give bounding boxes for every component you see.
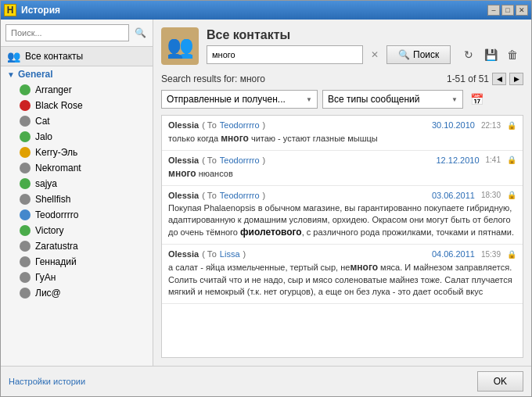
sidebar-item-sajya[interactable]: sajya: [1, 176, 153, 191]
sidebar-item---------[interactable]: Геннадий: [1, 254, 153, 270]
sidebar-item-arranger[interactable]: Arranger: [1, 82, 153, 98]
msg-lock-icon: 🔒: [507, 250, 516, 259]
msg-direction-end: ): [263, 120, 266, 130]
refresh-icon[interactable]: ↻: [460, 46, 477, 63]
messages-area: Olessia ( То Teodorrrro )30.10.201022:13…: [161, 115, 523, 358]
clear-button[interactable]: ✕: [368, 48, 382, 62]
settings-link[interactable]: Настройки истории: [9, 377, 85, 386]
search-button[interactable]: 🔍 Поиск: [386, 45, 451, 64]
results-count: 1-51 of 51: [447, 73, 489, 84]
bottom-bar: Настройки истории OK: [1, 366, 531, 396]
window-controls: – □ ✕: [487, 5, 528, 16]
filter1-arrow-icon: ▼: [306, 96, 312, 103]
action-icons: ↻ 💾 🗑: [460, 46, 521, 63]
sidebar-list: ▼ General ArrangerBlack RoseCatJaloKerry…: [1, 66, 153, 366]
message-header: Olessia ( То Teodorrrro )03.06.201118:30…: [168, 191, 516, 200]
contact-name: Black Rose: [35, 100, 83, 111]
message-header: Olessia ( То Lissa )04.06.201115:39🔒: [168, 249, 516, 259]
save-icon[interactable]: 💾: [482, 46, 499, 63]
sidebar-search-icon[interactable]: 🔍: [132, 25, 148, 41]
msg-date[interactable]: 04.06.2011: [432, 249, 475, 259]
search-row: ✕ 🔍 Поиск ↻ 💾 🗑: [207, 45, 521, 64]
contact-name: Arranger: [35, 84, 72, 95]
msg-direction: ( То: [202, 156, 217, 165]
sidebar-item-shellfish[interactable]: Shellfish: [1, 191, 153, 207]
contact-name: Jalo: [35, 131, 52, 142]
sidebar-item-----[interactable]: ГуАн: [1, 270, 153, 285]
msg-body: только когда много читаю - устают глазны…: [168, 132, 516, 145]
contact-name: sajya: [35, 178, 57, 189]
contact-name: Zaratustra: [35, 241, 78, 252]
sidebar-group-general[interactable]: ▼ General: [1, 66, 153, 82]
contact-name: Геннадий: [35, 256, 77, 267]
contact-name: Victory: [35, 225, 63, 236]
contact-name: Kerry-Эль: [35, 147, 77, 158]
results-nav: 1-51 of 51 ◀ ▶: [447, 73, 523, 85]
restore-button[interactable]: □: [501, 5, 514, 16]
msg-date[interactable]: 12.12.2010: [436, 156, 479, 165]
contact-name: Teodorrrro: [35, 209, 78, 220]
contact-status-icon: [20, 116, 31, 127]
sidebar-search-box: 🔍: [1, 20, 153, 47]
filter2-arrow-icon: ▼: [451, 96, 458, 103]
contact-status-icon: [20, 288, 31, 299]
contact-status-icon: [20, 194, 31, 205]
sidebar-item-zaratustra[interactable]: Zaratustra: [1, 238, 153, 254]
msg-direction-end: ): [263, 191, 266, 200]
contact-status-icon: [20, 241, 31, 252]
msg-body: а салат - яйца измельченные, тертый сыр,…: [168, 261, 516, 299]
msg-recipient[interactable]: Teodorrrro: [220, 120, 260, 130]
right-panel: 👥 Все контакты ✕ 🔍 Поиск ↻ 💾: [153, 20, 531, 366]
filter-message-type[interactable]: Все типы сообщений ▼: [322, 90, 463, 109]
contact-name: Nekromant: [35, 163, 81, 173]
group-general-label: General: [18, 69, 53, 80]
sidebar-item-victory[interactable]: Victory: [1, 223, 153, 238]
filter-sent-received[interactable]: Отправленные и получен... ▼: [161, 90, 318, 109]
results-label: Search results for: много: [161, 73, 265, 84]
panel-header: 👥 Все контакты ✕ 🔍 Поиск ↻ 💾: [161, 27, 523, 65]
all-contacts-row[interactable]: 👥 Все контакты: [1, 47, 153, 66]
contact-status-icon: [20, 256, 31, 267]
sidebar-item-jalo[interactable]: Jalo: [1, 129, 153, 145]
msg-date[interactable]: 03.06.2011: [432, 191, 475, 200]
msg-recipient[interactable]: Teodorrrro: [220, 156, 260, 165]
minimize-button[interactable]: –: [487, 5, 500, 16]
prev-button[interactable]: ◀: [492, 73, 506, 85]
msg-recipient[interactable]: Teodorrrro: [220, 191, 260, 200]
sidebar-item-black-rose[interactable]: Black Rose: [1, 98, 153, 113]
message-item: Olessia ( То Teodorrrro )03.06.201118:30…: [162, 186, 523, 245]
filter1-label: Отправленные и получен...: [167, 94, 286, 105]
next-button[interactable]: ▶: [509, 73, 523, 85]
contact-status-icon: [20, 100, 31, 111]
keyword-input[interactable]: [207, 45, 363, 64]
app-icon: H: [4, 4, 16, 16]
titlebar: H История – □ ✕: [1, 1, 531, 20]
sidebar-item-teodorrrro[interactable]: Teodorrrro: [1, 207, 153, 223]
contact-status-icon: [20, 84, 31, 95]
message-header: Olessia ( То Teodorrrro )12.12.20101:41🔒: [168, 156, 516, 165]
sidebar: 🔍 👥 Все контакты ▼ General ArrangerBlack…: [1, 20, 153, 366]
contact-status-icon: [20, 209, 31, 220]
contact-name: Cat: [35, 116, 50, 127]
msg-sender: Olessia: [168, 120, 199, 130]
msg-time: 18:30: [481, 191, 501, 199]
panel-title: Все контакты: [207, 28, 521, 42]
contacts-list: ArrangerBlack RoseCatJaloKerry-ЭльNekrom…: [1, 82, 153, 301]
sidebar-item-cat[interactable]: Cat: [1, 113, 153, 129]
calendar-icon[interactable]: 📅: [468, 91, 485, 108]
results-info: Search results for: много 1-51 of 51 ◀ ▶: [161, 73, 523, 85]
msg-recipient[interactable]: Lissa: [220, 249, 240, 259]
contact-status-icon: [20, 272, 31, 283]
close-button[interactable]: ✕: [516, 5, 528, 16]
avatar-figure: 👥: [167, 34, 194, 59]
sidebar-search-input[interactable]: [5, 24, 129, 41]
window-title: История: [21, 5, 487, 16]
sidebar-item-kerry----[interactable]: Kerry-Эль: [1, 145, 153, 160]
delete-icon[interactable]: 🗑: [504, 46, 521, 63]
msg-lock-icon: 🔒: [507, 121, 516, 130]
sidebar-item-----[interactable]: Лис@: [1, 285, 153, 301]
sidebar-item-nekromant[interactable]: Nekromant: [1, 160, 153, 176]
search-button-icon: 🔍: [398, 49, 410, 60]
msg-date[interactable]: 30.10.2010: [432, 120, 475, 130]
ok-button[interactable]: OK: [477, 371, 523, 392]
